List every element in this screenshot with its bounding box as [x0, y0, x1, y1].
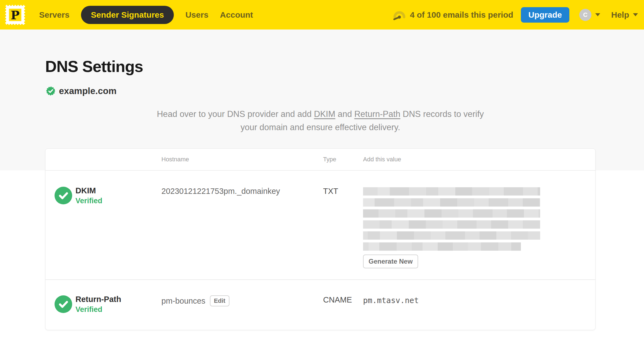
- edit-button[interactable]: Edit: [210, 295, 230, 306]
- header-type: Type: [323, 156, 363, 163]
- record-name: DKIM: [75, 186, 102, 195]
- avatar: C: [579, 9, 591, 21]
- chevron-down-icon: [633, 13, 638, 16]
- gauge-icon: [393, 9, 406, 20]
- dkim-link[interactable]: DKIM: [314, 109, 335, 119]
- top-nav: P Servers Sender Signatures Users Accoun…: [0, 0, 644, 30]
- return-path-status-cell: Return-Path Verified: [45, 295, 161, 314]
- dkim-status-stack: DKIM Verified: [75, 186, 102, 205]
- usage-text: 4 of 100 emails this period: [410, 10, 513, 20]
- return-path-status-stack: Return-Path Verified: [75, 295, 121, 314]
- table-row-dkim: DKIM Verified 20230121221753pm._domainke…: [45, 171, 595, 279]
- redacted-value-line: [363, 187, 540, 196]
- page-title: DNS Settings: [45, 30, 596, 76]
- return-path-hostname-cell: pm-bounces Edit: [161, 295, 323, 314]
- record-name: Return-Path: [75, 295, 121, 304]
- redacted-value-line: [363, 242, 521, 251]
- status-badge: Verified: [75, 197, 102, 205]
- domain-row: example.com: [45, 85, 596, 97]
- redacted-value-line: [363, 231, 540, 240]
- dkim-value-cell: Generate New: [363, 186, 595, 268]
- return-path-link[interactable]: Return-Path: [354, 109, 400, 119]
- main-content: DNS Settings example.com Head over to yo…: [0, 30, 644, 337]
- chevron-down-icon: [595, 13, 600, 16]
- table-row-return-path: Return-Path Verified pm-bounces Edit CNA…: [45, 279, 595, 330]
- return-path-type: CNAME: [323, 295, 363, 314]
- nav-item-servers[interactable]: Servers: [39, 10, 69, 20]
- redacted-value-line: [363, 220, 540, 229]
- help-label: Help: [611, 10, 629, 20]
- domain-name: example.com: [59, 86, 117, 96]
- help-menu[interactable]: Help: [611, 10, 638, 20]
- postmark-logo-icon[interactable]: P: [4, 4, 26, 26]
- nav-item-sender-signatures[interactable]: Sender Signatures: [81, 6, 174, 24]
- verified-seal-icon: [45, 85, 56, 97]
- header-value: Add this value: [363, 156, 595, 163]
- redacted-value-line: [363, 198, 540, 207]
- usage-link[interactable]: 4 of 100 emails this period: [393, 9, 513, 20]
- check-circle-icon: [55, 295, 72, 313]
- header-hostname: Hostname: [161, 156, 323, 163]
- generate-new-button[interactable]: Generate New: [363, 255, 418, 268]
- check-circle-icon: [55, 187, 72, 204]
- table-header-row: Hostname Type Add this value: [45, 149, 595, 171]
- intro-text: Head over to your DNS provider and add D…: [150, 108, 491, 134]
- nav-item-account[interactable]: Account: [220, 10, 253, 20]
- account-menu[interactable]: C: [579, 9, 600, 21]
- return-path-hostname: pm-bounces: [161, 296, 205, 306]
- dns-records-card: Hostname Type Add this value DKIM Verifi…: [45, 148, 596, 330]
- dkim-status-cell: DKIM Verified: [45, 186, 161, 268]
- return-path-value: pm.mtasv.net: [363, 295, 595, 314]
- svg-text:P: P: [11, 8, 20, 22]
- nav-item-users[interactable]: Users: [185, 10, 208, 20]
- intro-part1: Head over to your DNS provider and add: [157, 109, 314, 119]
- dkim-hostname: 20230121221753pm._domainkey: [161, 186, 323, 268]
- redacted-value-line: [363, 209, 540, 218]
- dkim-type: TXT: [323, 186, 363, 268]
- nav-items: Servers Sender Signatures Users Account: [39, 6, 265, 24]
- upgrade-button[interactable]: Upgrade: [521, 7, 569, 23]
- intro-part2: and: [335, 109, 354, 119]
- status-badge: Verified: [75, 305, 121, 314]
